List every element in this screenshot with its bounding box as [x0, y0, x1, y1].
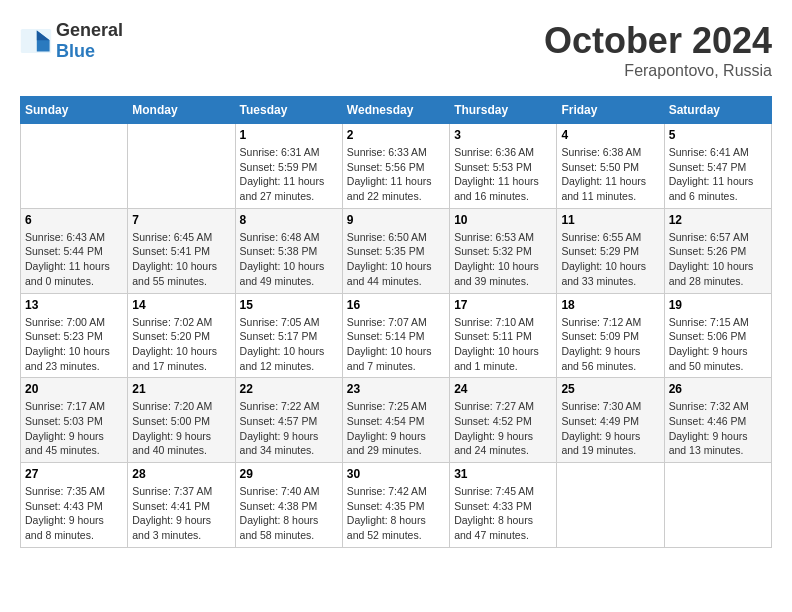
table-row: 28 Sunrise: 7:37 AM Sunset: 4:41 PM Dayl…: [128, 463, 235, 548]
day-number: 27: [25, 467, 123, 481]
table-row: [21, 124, 128, 209]
day-number: 15: [240, 298, 338, 312]
day-number: 12: [669, 213, 767, 227]
day-info: Sunrise: 7:15 AM Sunset: 5:06 PM Dayligh…: [669, 315, 767, 374]
day-number: 19: [669, 298, 767, 312]
logo-general: General: [56, 20, 123, 40]
day-info: Sunrise: 7:20 AM Sunset: 5:00 PM Dayligh…: [132, 399, 230, 458]
logo-text: General Blue: [56, 20, 123, 62]
day-number: 26: [669, 382, 767, 396]
day-number: 9: [347, 213, 445, 227]
day-info: Sunrise: 6:45 AM Sunset: 5:41 PM Dayligh…: [132, 230, 230, 289]
day-number: 25: [561, 382, 659, 396]
calendar-week-row: 20 Sunrise: 7:17 AM Sunset: 5:03 PM Dayl…: [21, 378, 772, 463]
day-number: 30: [347, 467, 445, 481]
table-row: 30 Sunrise: 7:42 AM Sunset: 4:35 PM Dayl…: [342, 463, 449, 548]
calendar-week-row: 6 Sunrise: 6:43 AM Sunset: 5:44 PM Dayli…: [21, 208, 772, 293]
day-number: 28: [132, 467, 230, 481]
calendar-title: October 2024: [544, 20, 772, 62]
table-row: 27 Sunrise: 7:35 AM Sunset: 4:43 PM Dayl…: [21, 463, 128, 548]
table-row: 23 Sunrise: 7:25 AM Sunset: 4:54 PM Dayl…: [342, 378, 449, 463]
logo-icon: [20, 29, 52, 53]
day-number: 11: [561, 213, 659, 227]
day-number: 16: [347, 298, 445, 312]
day-number: 7: [132, 213, 230, 227]
day-number: 22: [240, 382, 338, 396]
day-info: Sunrise: 7:27 AM Sunset: 4:52 PM Dayligh…: [454, 399, 552, 458]
day-info: Sunrise: 6:41 AM Sunset: 5:47 PM Dayligh…: [669, 145, 767, 204]
table-row: [664, 463, 771, 548]
day-info: Sunrise: 7:02 AM Sunset: 5:20 PM Dayligh…: [132, 315, 230, 374]
table-row: 31 Sunrise: 7:45 AM Sunset: 4:33 PM Dayl…: [450, 463, 557, 548]
day-number: 10: [454, 213, 552, 227]
col-saturday: Saturday: [664, 97, 771, 124]
table-row: 7 Sunrise: 6:45 AM Sunset: 5:41 PM Dayli…: [128, 208, 235, 293]
table-row: 24 Sunrise: 7:27 AM Sunset: 4:52 PM Dayl…: [450, 378, 557, 463]
table-row: [557, 463, 664, 548]
day-number: 1: [240, 128, 338, 142]
day-number: 14: [132, 298, 230, 312]
day-number: 5: [669, 128, 767, 142]
day-number: 8: [240, 213, 338, 227]
calendar-table: Sunday Monday Tuesday Wednesday Thursday…: [20, 96, 772, 548]
day-info: Sunrise: 6:31 AM Sunset: 5:59 PM Dayligh…: [240, 145, 338, 204]
day-number: 20: [25, 382, 123, 396]
day-info: Sunrise: 6:38 AM Sunset: 5:50 PM Dayligh…: [561, 145, 659, 204]
day-info: Sunrise: 7:35 AM Sunset: 4:43 PM Dayligh…: [25, 484, 123, 543]
calendar-week-row: 1 Sunrise: 6:31 AM Sunset: 5:59 PM Dayli…: [21, 124, 772, 209]
day-info: Sunrise: 6:36 AM Sunset: 5:53 PM Dayligh…: [454, 145, 552, 204]
table-row: 15 Sunrise: 7:05 AM Sunset: 5:17 PM Dayl…: [235, 293, 342, 378]
day-info: Sunrise: 7:22 AM Sunset: 4:57 PM Dayligh…: [240, 399, 338, 458]
col-wednesday: Wednesday: [342, 97, 449, 124]
table-row: 25 Sunrise: 7:30 AM Sunset: 4:49 PM Dayl…: [557, 378, 664, 463]
day-info: Sunrise: 7:37 AM Sunset: 4:41 PM Dayligh…: [132, 484, 230, 543]
calendar-header-row: Sunday Monday Tuesday Wednesday Thursday…: [21, 97, 772, 124]
day-number: 3: [454, 128, 552, 142]
logo: General Blue: [20, 20, 123, 62]
day-info: Sunrise: 7:30 AM Sunset: 4:49 PM Dayligh…: [561, 399, 659, 458]
calendar-week-row: 13 Sunrise: 7:00 AM Sunset: 5:23 PM Dayl…: [21, 293, 772, 378]
day-number: 31: [454, 467, 552, 481]
col-sunday: Sunday: [21, 97, 128, 124]
table-row: 26 Sunrise: 7:32 AM Sunset: 4:46 PM Dayl…: [664, 378, 771, 463]
table-row: 11 Sunrise: 6:55 AM Sunset: 5:29 PM Dayl…: [557, 208, 664, 293]
table-row: 2 Sunrise: 6:33 AM Sunset: 5:56 PM Dayli…: [342, 124, 449, 209]
day-number: 2: [347, 128, 445, 142]
col-monday: Monday: [128, 97, 235, 124]
day-number: 18: [561, 298, 659, 312]
day-info: Sunrise: 7:12 AM Sunset: 5:09 PM Dayligh…: [561, 315, 659, 374]
table-row: 14 Sunrise: 7:02 AM Sunset: 5:20 PM Dayl…: [128, 293, 235, 378]
day-info: Sunrise: 7:05 AM Sunset: 5:17 PM Dayligh…: [240, 315, 338, 374]
day-number: 17: [454, 298, 552, 312]
day-info: Sunrise: 6:50 AM Sunset: 5:35 PM Dayligh…: [347, 230, 445, 289]
day-number: 24: [454, 382, 552, 396]
table-row: 17 Sunrise: 7:10 AM Sunset: 5:11 PM Dayl…: [450, 293, 557, 378]
table-row: 3 Sunrise: 6:36 AM Sunset: 5:53 PM Dayli…: [450, 124, 557, 209]
day-number: 29: [240, 467, 338, 481]
day-number: 23: [347, 382, 445, 396]
day-info: Sunrise: 7:42 AM Sunset: 4:35 PM Dayligh…: [347, 484, 445, 543]
day-info: Sunrise: 7:17 AM Sunset: 5:03 PM Dayligh…: [25, 399, 123, 458]
day-info: Sunrise: 7:32 AM Sunset: 4:46 PM Dayligh…: [669, 399, 767, 458]
table-row: 29 Sunrise: 7:40 AM Sunset: 4:38 PM Dayl…: [235, 463, 342, 548]
day-info: Sunrise: 7:40 AM Sunset: 4:38 PM Dayligh…: [240, 484, 338, 543]
day-info: Sunrise: 6:57 AM Sunset: 5:26 PM Dayligh…: [669, 230, 767, 289]
day-info: Sunrise: 6:55 AM Sunset: 5:29 PM Dayligh…: [561, 230, 659, 289]
table-row: 21 Sunrise: 7:20 AM Sunset: 5:00 PM Dayl…: [128, 378, 235, 463]
table-row: 5 Sunrise: 6:41 AM Sunset: 5:47 PM Dayli…: [664, 124, 771, 209]
day-info: Sunrise: 7:45 AM Sunset: 4:33 PM Dayligh…: [454, 484, 552, 543]
day-info: Sunrise: 6:33 AM Sunset: 5:56 PM Dayligh…: [347, 145, 445, 204]
day-info: Sunrise: 7:25 AM Sunset: 4:54 PM Dayligh…: [347, 399, 445, 458]
table-row: 22 Sunrise: 7:22 AM Sunset: 4:57 PM Dayl…: [235, 378, 342, 463]
table-row: 6 Sunrise: 6:43 AM Sunset: 5:44 PM Dayli…: [21, 208, 128, 293]
table-row: 13 Sunrise: 7:00 AM Sunset: 5:23 PM Dayl…: [21, 293, 128, 378]
day-number: 6: [25, 213, 123, 227]
logo-blue: Blue: [56, 41, 95, 61]
day-info: Sunrise: 7:10 AM Sunset: 5:11 PM Dayligh…: [454, 315, 552, 374]
calendar-week-row: 27 Sunrise: 7:35 AM Sunset: 4:43 PM Dayl…: [21, 463, 772, 548]
day-info: Sunrise: 6:48 AM Sunset: 5:38 PM Dayligh…: [240, 230, 338, 289]
table-row: 8 Sunrise: 6:48 AM Sunset: 5:38 PM Dayli…: [235, 208, 342, 293]
table-row: 12 Sunrise: 6:57 AM Sunset: 5:26 PM Dayl…: [664, 208, 771, 293]
table-row: 20 Sunrise: 7:17 AM Sunset: 5:03 PM Dayl…: [21, 378, 128, 463]
table-row: 4 Sunrise: 6:38 AM Sunset: 5:50 PM Dayli…: [557, 124, 664, 209]
